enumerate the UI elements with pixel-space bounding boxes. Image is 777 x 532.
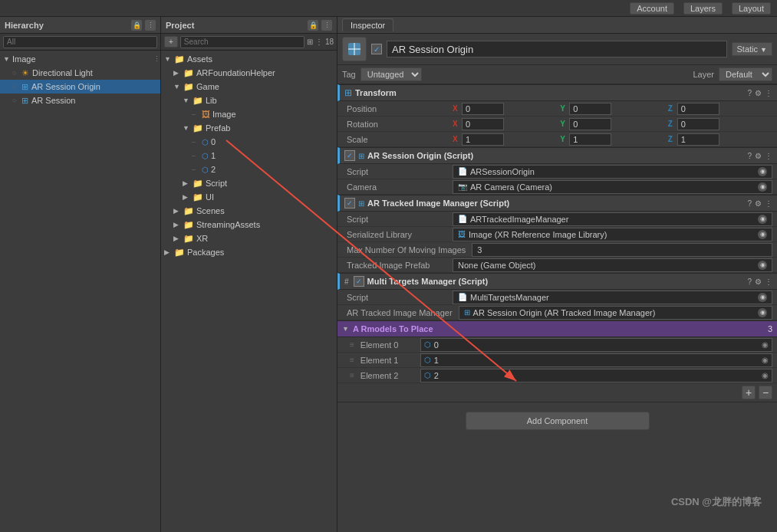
ar-tracked-prefab-dot[interactable]: ◉	[758, 261, 767, 270]
transform-section-header[interactable]: ⊞ Transform ? ⚙ ⋮	[337, 84, 777, 101]
account-button[interactable]: Account	[630, 2, 674, 15]
proj-item-assets[interactable]: ▼ 📁 Assets	[161, 52, 337, 66]
object-name-input[interactable]	[387, 41, 727, 57]
scale-z-input[interactable]	[677, 133, 719, 146]
ar-session-origin-section-header[interactable]: ✓ ⊞ AR Session Origin (Script) ? ⚙ ⋮	[337, 147, 777, 164]
ar-tracked-menu-icon[interactable]: ⋮	[765, 199, 772, 208]
ar-origin-camera-value[interactable]: 📷 AR Camera (Camera) ◉	[453, 180, 772, 194]
pos-x-input[interactable]	[462, 103, 504, 115]
proj-item-lib[interactable]: ▼ 📁 Lib	[161, 94, 337, 107]
element-1-value[interactable]: ⬡ 1 ◉	[420, 353, 772, 367]
multi-targets-checkbox[interactable]: ✓	[354, 276, 364, 287]
project-search-input[interactable]	[180, 36, 305, 48]
layout-button[interactable]: Layout	[732, 2, 771, 15]
proj-item-prefab-2[interactable]: – ⬡ 2	[161, 163, 337, 176]
element-0-label: Element 0	[361, 340, 414, 350]
hier-item-ar-session[interactable]: ○ ⊞ AR Session	[0, 94, 160, 107]
project-menu-icon[interactable]: ⋮	[321, 20, 332, 31]
pos-y-input[interactable]	[569, 103, 611, 115]
multi-ar-tracked-dot[interactable]: ◉	[758, 308, 767, 317]
element-2-num: 2	[434, 371, 439, 380]
scale-x-input[interactable]	[462, 133, 504, 146]
multi-targets-section-header[interactable]: # ✓ Multi Targets Manager (Script) ? ⚙ ⋮	[337, 273, 777, 290]
hier-item-directional-light[interactable]: ○ ☀ Directional Light	[0, 66, 160, 80]
proj-item-ui[interactable]: ▶ 📁 UI	[161, 190, 337, 204]
hier-item-image[interactable]: ▼ Image ⋮	[0, 52, 160, 66]
drag-handle-icon[interactable]: ≡	[350, 371, 354, 379]
ar-origin-script-dot[interactable]: ◉	[758, 167, 767, 176]
ar-tracked-prefab-value[interactable]: None (Game Object) ◉	[453, 258, 772, 272]
project-add-button[interactable]: +	[164, 36, 178, 48]
proj-item-packages[interactable]: ▶ 📁 Packages	[161, 245, 337, 259]
drag-handle-icon[interactable]: ≡	[350, 356, 354, 364]
ar-origin-checkbox[interactable]: ✓	[344, 150, 355, 161]
proj-item-prefab-0[interactable]: – ⬡ 0	[161, 135, 337, 149]
proj-item-streaming[interactable]: ▶ 📁 StreamingAssets	[161, 218, 337, 232]
element-0-dot[interactable]: ◉	[762, 340, 769, 349]
element-2-dot[interactable]: ◉	[762, 371, 769, 379]
multi-targets-menu-icon[interactable]: ⋮	[765, 277, 772, 286]
ar-origin-settings-icon[interactable]: ⚙	[755, 152, 762, 160]
rmodels-section-header[interactable]: ▼ A Rmodels To Place 3	[337, 320, 777, 337]
add-element-button[interactable]: +	[742, 386, 756, 399]
hierarchy-lock-icon[interactable]: 🔒	[131, 20, 142, 31]
element-2-value[interactable]: ⬡ 2 ◉	[420, 369, 772, 383]
ar-tracked-checkbox[interactable]: ✓	[344, 198, 355, 209]
multi-targets-help-icon[interactable]: ?	[747, 277, 752, 286]
scale-y-input[interactable]	[569, 133, 611, 146]
folder-icon: 📁	[193, 123, 203, 133]
ar-origin-menu-icon[interactable]: ⋮	[765, 152, 772, 160]
rot-x-input[interactable]	[462, 118, 504, 130]
ar-origin-help-icon[interactable]: ?	[747, 152, 752, 160]
drag-handle-icon[interactable]: ≡	[350, 340, 354, 349]
multi-targets-settings-icon[interactable]: ⚙	[755, 277, 762, 286]
transform-settings-icon[interactable]: ⚙	[755, 89, 762, 97]
y-label: Y	[560, 104, 568, 113]
rot-y-input[interactable]	[569, 118, 611, 130]
ar-tracked-serialized-value[interactable]: 🖼 Image (XR Reference Image Library) ◉	[453, 228, 772, 241]
leaf-icon: –	[192, 152, 199, 159]
multi-script-dot[interactable]: ◉	[758, 293, 767, 302]
transform-help-icon[interactable]: ?	[747, 89, 752, 97]
proj-item-prefab[interactable]: ▼ 📁 Prefab	[161, 121, 337, 135]
project-filter-icon[interactable]: ⊞	[307, 38, 313, 46]
element-1-dot[interactable]: ◉	[762, 356, 769, 364]
proj-item-prefab-1[interactable]: – ⬡ 1	[161, 149, 337, 163]
remove-element-button[interactable]: −	[759, 386, 772, 399]
hierarchy-menu-icon[interactable]: ⋮	[145, 20, 156, 31]
active-checkbox[interactable]: ✓	[371, 44, 382, 54]
proj-item-arfoundation[interactable]: ▶ 📁 ARFoundationHelper	[161, 66, 337, 80]
project-layout-icon[interactable]: ⋮	[315, 38, 323, 46]
layers-button[interactable]: Layers	[683, 2, 723, 15]
ar-tracked-settings-icon[interactable]: ⚙	[755, 199, 762, 208]
proj-item-game[interactable]: ▼ 📁 Game	[161, 80, 337, 94]
add-component-button[interactable]: Add Component	[466, 412, 650, 430]
transform-menu-icon[interactable]: ⋮	[765, 89, 772, 97]
proj-item-image[interactable]: – 🖼 Image	[161, 107, 337, 121]
ar-origin-camera-dot[interactable]: ◉	[758, 182, 767, 192]
layer-select[interactable]: Default	[719, 67, 772, 81]
hierarchy-search-input[interactable]	[3, 36, 157, 48]
element-2-row: ≡ Element 2 ⬡ 2 ◉	[337, 368, 777, 383]
ar-tracked-section-header[interactable]: ✓ ⊞ AR Tracked Image Manager (Script) ? …	[337, 195, 777, 212]
static-button[interactable]: Static ▼	[732, 42, 773, 56]
hier-item-ar-session-origin[interactable]: ○ ⊞ AR Session Origin	[0, 80, 160, 94]
ar-tracked-max-value[interactable]: 3	[472, 243, 772, 257]
rot-z-input[interactable]	[677, 118, 719, 130]
project-lock-icon[interactable]: 🔒	[308, 20, 318, 31]
proj-item-xr[interactable]: ▶ 📁 XR	[161, 232, 337, 245]
ar-tracked-script-value[interactable]: 📄 ARTrackedImageManager ◉	[453, 212, 772, 226]
proj-item-scenes[interactable]: ▶ 📁 Scenes	[161, 204, 337, 218]
ar-tracked-serialized-dot[interactable]: ◉	[758, 230, 767, 239]
multi-script-value[interactable]: 📄 MultiTargetsManager ◉	[453, 291, 772, 304]
pos-z-input[interactable]	[677, 103, 719, 115]
tag-select[interactable]: Untagged	[361, 67, 422, 81]
inspector-tab[interactable]: Inspector	[342, 18, 393, 31]
ar-origin-script-value[interactable]: 📄 ARSessionOrigin ◉	[453, 165, 772, 179]
ar-tracked-help-icon[interactable]: ?	[747, 199, 752, 208]
proj-item-script[interactable]: ▶ 📁 Script	[161, 176, 337, 190]
ar-tracked-script-dot[interactable]: ◉	[758, 215, 767, 224]
multi-ar-tracked-value[interactable]: ⊞ AR Session Origin (AR Tracked Image Ma…	[459, 306, 772, 320]
element-0-value[interactable]: ⬡ 0 ◉	[420, 338, 772, 352]
hier-item-menu[interactable]: ⋮	[153, 55, 160, 63]
